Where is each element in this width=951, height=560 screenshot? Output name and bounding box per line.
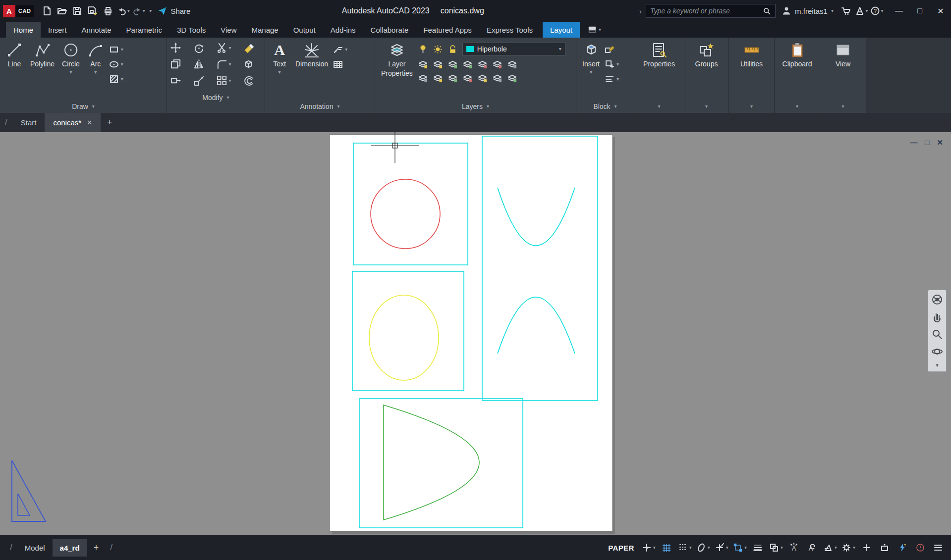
revcloud-button[interactable] <box>243 75 262 86</box>
graphics-performance-button[interactable] <box>894 538 910 557</box>
layout-tab-a4rd[interactable]: a4_rd <box>53 539 87 557</box>
clipboard-button[interactable]: Clipboard <box>780 40 815 100</box>
cart-button[interactable] <box>839 3 854 19</box>
annotation-panel-title[interactable]: Annotation▾ <box>265 100 375 113</box>
block-create-button[interactable]: ▾ <box>605 59 619 69</box>
qat-customize-icon[interactable]: ▾ <box>149 8 152 13</box>
file-tab-start[interactable]: Start <box>12 113 45 132</box>
rotate-button[interactable] <box>193 42 212 53</box>
fillet-button[interactable]: ▾ <box>216 58 238 70</box>
utilities-button[interactable]: Utilities <box>738 40 765 100</box>
search-icon[interactable] <box>763 7 771 15</box>
arc-button[interactable]: Arc▾ <box>85 40 107 100</box>
trim-button[interactable]: ▾ <box>216 42 238 53</box>
new-layout-button[interactable]: + <box>87 543 106 553</box>
tab-home[interactable]: Home <box>6 22 41 38</box>
line-button[interactable]: Line <box>3 40 25 100</box>
layer-copy-button[interactable] <box>448 73 458 83</box>
new-drawing-button[interactable] <box>39 3 54 19</box>
conicas-tab-close-icon[interactable]: ✕ <box>87 119 92 126</box>
layer-match-button[interactable] <box>477 59 488 69</box>
osnap-button[interactable]: ▾ <box>731 538 748 557</box>
layer-prev-button[interactable] <box>492 59 503 69</box>
selection-cycling-button[interactable]: ▾ <box>768 538 784 557</box>
layer-merge-button[interactable] <box>492 73 503 83</box>
snap-toggle-button[interactable]: ▾ <box>676 538 693 557</box>
layer-lock-button[interactable] <box>462 59 473 69</box>
maximize-button[interactable]: □ <box>909 0 930 22</box>
groups-panel-title[interactable]: ▾ <box>684 100 728 113</box>
layer-thaw-sun-icon[interactable] <box>433 44 443 54</box>
annotation-visibility-button[interactable]: A <box>786 538 802 557</box>
utilities-panel-title[interactable]: ▾ <box>729 100 774 113</box>
stretch-button[interactable] <box>170 75 189 86</box>
pan-hand-icon[interactable] <box>931 311 943 323</box>
draw-panel-title[interactable]: Draw▾ <box>0 100 167 113</box>
undo-caret-icon[interactable]: ▾ <box>127 8 130 13</box>
layer-state-button[interactable] <box>507 59 517 69</box>
layer-walk-button[interactable] <box>462 73 473 83</box>
layout-minimize-button[interactable]: — <box>910 138 917 147</box>
tab-express-tools[interactable]: Express Tools <box>479 22 540 38</box>
block-attributes-button[interactable]: ▾ <box>605 74 619 84</box>
move-button[interactable] <box>170 42 189 53</box>
save-button[interactable] <box>69 3 85 19</box>
mirror-button[interactable] <box>193 58 212 70</box>
share-button[interactable]: Share <box>158 6 190 16</box>
add-scales-button[interactable] <box>858 538 875 557</box>
paper-space-button[interactable]: PAPER <box>604 538 639 557</box>
modify-panel-title[interactable]: Modify▾ <box>167 91 265 104</box>
new-tab-button[interactable]: + <box>101 113 119 132</box>
save-as-button[interactable] <box>85 3 100 19</box>
leader-button[interactable]: ▾ <box>333 45 347 54</box>
tab-output[interactable]: Output <box>286 22 323 38</box>
search-expand-icon[interactable]: › <box>639 7 642 15</box>
redo-button[interactable]: ▾ <box>131 3 146 19</box>
array-button[interactable]: ▾ <box>216 75 238 86</box>
drawing-canvas[interactable] <box>0 132 951 535</box>
rectangle-button[interactable]: ▾ <box>109 45 123 54</box>
ribbon-display-toggle[interactable]: ▾ <box>585 22 604 38</box>
scale-button[interactable] <box>193 75 212 86</box>
help-button[interactable]: ?▾ <box>869 3 885 19</box>
layer-unisolate-button[interactable] <box>418 73 428 83</box>
workspace-switching-button[interactable]: ▾ <box>840 538 857 557</box>
copy-button[interactable] <box>170 58 189 70</box>
polyline-button[interactable]: Polyline <box>28 40 57 100</box>
navbar-caret-icon[interactable]: ▾ <box>936 363 938 368</box>
layer-unlock-icon[interactable] <box>448 44 458 54</box>
tab-add-ins[interactable]: Add-ins <box>323 22 363 38</box>
ellipse-button[interactable]: ▾ <box>109 59 123 69</box>
annotation-monitor-button[interactable] <box>912 538 928 557</box>
layer-vpfreeze-button[interactable] <box>477 73 488 83</box>
block-panel-title[interactable]: Block▾ <box>576 100 634 113</box>
layout-close-button[interactable]: ✕ <box>937 138 943 147</box>
layer-select-dropdown[interactable]: Hiperbole ▾ <box>462 43 565 55</box>
model-tab[interactable]: Model <box>17 539 53 557</box>
undo-button[interactable]: ▾ <box>115 3 131 19</box>
open-button[interactable] <box>54 3 69 19</box>
groups-button[interactable]: Groups <box>693 40 721 100</box>
layers-panel-title[interactable]: Layers▾ <box>375 100 576 113</box>
layer-properties-button[interactable]: LayerProperties <box>379 40 415 100</box>
tab-featured-apps[interactable]: Featured Apps <box>416 22 479 38</box>
layer-freeze-button[interactable] <box>448 59 458 69</box>
properties-panel-title[interactable]: ▾ <box>634 100 684 113</box>
tab-annotate[interactable]: Annotate <box>74 22 119 38</box>
plot-button[interactable] <box>100 3 115 19</box>
autodesk-access-button[interactable]: ▾ <box>854 3 869 19</box>
otrack-button[interactable]: ▾ <box>713 538 730 557</box>
view-button[interactable]: View <box>832 40 854 100</box>
tab-parametric[interactable]: Parametric <box>119 22 170 38</box>
erase-button[interactable] <box>243 42 262 53</box>
dimension-button[interactable]: Dimension <box>293 40 331 100</box>
minimize-button[interactable]: — <box>889 0 909 22</box>
search-input[interactable] <box>650 7 763 15</box>
layout-restore-button[interactable]: □ <box>925 138 929 147</box>
layer-delete-button[interactable] <box>507 73 517 83</box>
layer-current-button[interactable] <box>433 73 443 83</box>
explode-button[interactable] <box>243 58 262 70</box>
grid-toggle-button[interactable] <box>659 538 675 557</box>
tab-collaborate[interactable]: Collaborate <box>363 22 416 38</box>
tab-view[interactable]: View <box>213 22 244 38</box>
